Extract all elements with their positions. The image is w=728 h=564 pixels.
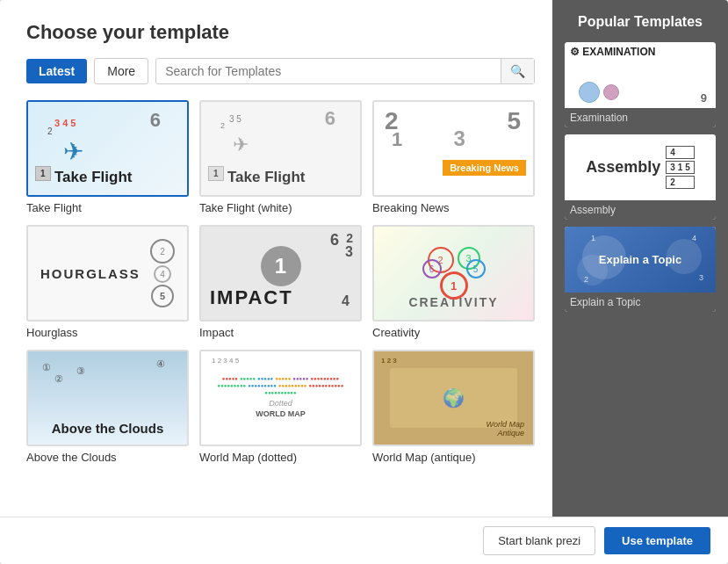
thumb-impact-num3: 3: [345, 244, 353, 260]
thumb-hg-text: HOURGLASS: [40, 266, 141, 281]
modal-title: Choose your template: [26, 21, 535, 44]
thumb-cloud-num1: ①: [42, 362, 51, 373]
thumb-w-bird: ✈: [233, 134, 249, 156]
modal-footer: Start blank prezi Use template: [0, 517, 728, 564]
template-label-take-flight-blue: Take Flight: [26, 201, 189, 214]
use-template-button[interactable]: Use template: [604, 527, 710, 554]
thumb-impact-text: IMPACT: [210, 286, 293, 309]
template-thumb-take-flight-white: 6 3 5 2 ✈ 1 Take Flight: [199, 100, 362, 197]
template-thumb-breaking-news: 2 5 1 3 Breaking News: [372, 100, 535, 197]
popular-item-examination[interactable]: ⚙ EXAMINATION 9 Examination: [565, 42, 716, 127]
popular-item-assembly[interactable]: Assembly 4 315 2: [565, 134, 716, 220]
template-thumb-above-clouds: ① ② ③ ④ Above the Clouds: [26, 350, 189, 446]
template-take-flight-white[interactable]: 6 3 5 2 ✈ 1 Take Flight Take Flight (whi…: [199, 100, 362, 214]
thumb-impact-num2: 2: [346, 231, 353, 245]
template-above-clouds[interactable]: ① ② ③ ④ Above the Clouds Above the Cloud…: [26, 350, 189, 464]
popular-item-explain-topic[interactable]: Explain a Topic 1 2 3 4 Explain a Topic: [565, 227, 716, 312]
thumb-num-2: 2: [47, 127, 53, 136]
thumb-antique-nums: 1 2 3: [381, 357, 397, 365]
toolbar: Latest More 🔍: [26, 58, 535, 84]
main-panel: Choose your template Latest More 🔍 6: [0, 0, 552, 517]
thumb-number-6: 6: [150, 109, 161, 132]
thumb-hg-shape: 2 4 5: [150, 239, 175, 307]
thumb-impact-circle: 1: [261, 246, 301, 286]
thumb-creativity-circles: 2 3 1 5 6: [428, 247, 480, 300]
more-tab[interactable]: More: [94, 58, 148, 84]
thumb-explain-text: Explain a Topic: [599, 253, 681, 266]
thumb-exam-title: ⚙ EXAMINATION: [570, 46, 655, 58]
template-hourglass[interactable]: HOURGLASS 2 4 5 Hourglass: [26, 225, 189, 339]
template-label-impact: Impact: [199, 326, 362, 339]
thumb-antique-label: World Map Antique: [486, 420, 524, 437]
thumb-explain-num3: 3: [699, 273, 703, 282]
thumb-bn-3: 3: [454, 127, 465, 151]
popular-label-explain-topic: Explain a Topic: [565, 293, 716, 312]
popular-thumb-assembly: Assembly 4 315 2: [565, 134, 716, 200]
thumb-breaking-tag: Breaking News: [443, 160, 526, 176]
popular-label-examination: Examination: [565, 108, 716, 127]
thumb-cloud-title: Above the Clouds: [52, 421, 164, 445]
thumb-w-2: 2: [220, 121, 225, 130]
thumb-exam-num: 9: [701, 91, 707, 105]
modal: Choose your template Latest More 🔍 6: [0, 0, 728, 564]
template-label-hourglass: Hourglass: [26, 326, 189, 339]
template-thumb-creativity: CREATIVITY 2 3 1 5 6: [372, 225, 535, 322]
template-breaking-news[interactable]: 2 5 1 3 Breaking News Breaking News: [372, 100, 535, 214]
template-label-creativity: Creativity: [372, 326, 535, 339]
thumb-bn-5: 5: [507, 107, 521, 135]
template-thumb-world-map-dotted: ●●●●● ●●●●● ●●●●● ●●●●● ●●●●● ●●●●●●●●● …: [199, 350, 362, 446]
side-panel: Popular Templates ⚙ EXAMINATION 9 Examin…: [552, 0, 728, 517]
search-button[interactable]: 🔍: [501, 59, 534, 83]
thumb-explain-num2: 2: [584, 275, 588, 284]
templates-grid: 6 3 4 5 2 ✈ 1 Take Flight Take Flight: [26, 100, 535, 478]
thumb-cloud-num4: ④: [156, 358, 165, 370]
thumb-numbers-scattered: 3 4 5: [54, 118, 76, 128]
thumb-cloud-num2: ②: [54, 373, 63, 385]
thumb-box-1: 1: [35, 166, 51, 181]
popular-title: Popular Templates: [565, 14, 716, 30]
template-world-map-dotted[interactable]: ●●●●● ●●●●● ●●●●● ●●●●● ●●●●● ●●●●●●●●● …: [199, 350, 362, 464]
popular-label-assembly: Assembly: [565, 200, 716, 220]
thumb-w-tf-label: Take Flight: [227, 169, 305, 186]
thumb-asm-brackets: 4 315 2: [666, 146, 695, 189]
template-thumb-hourglass: HOURGLASS 2 4 5: [26, 225, 189, 322]
thumb-w-nums: 3 5: [229, 114, 241, 124]
thumb-impact-num4: 4: [342, 293, 350, 309]
modal-body: Choose your template Latest More 🔍 6: [0, 0, 728, 517]
thumb-impact-num6: 6: [330, 231, 339, 249]
thumb-bn-1: 1: [392, 128, 402, 151]
template-label-take-flight-white: Take Flight (white): [199, 201, 362, 214]
thumb-wd-nums: 1 2 3 4 5: [212, 357, 239, 365]
template-thumb-take-flight-blue: 6 3 4 5 2 ✈ 1 Take Flight: [26, 100, 189, 197]
thumb-dots-map: ●●●●● ●●●●● ●●●●● ●●●●● ●●●●● ●●●●●●●●● …: [217, 376, 344, 399]
thumb-explain-content: Explain a Topic 1 2 3 4: [565, 227, 716, 293]
template-thumb-impact: IMPACT 1 2 6 3 4: [199, 225, 362, 322]
thumb-bird-icon: ✈: [63, 137, 83, 166]
start-blank-button[interactable]: Start blank prezi: [483, 526, 595, 555]
template-impact[interactable]: IMPACT 1 2 6 3 4 Impact: [199, 225, 362, 339]
template-take-flight-blue[interactable]: 6 3 4 5 2 ✈ 1 Take Flight Take Flight: [26, 100, 189, 214]
search-wrapper: 🔍: [155, 58, 535, 84]
popular-thumb-examination: ⚙ EXAMINATION 9: [565, 42, 716, 108]
latest-tab[interactable]: Latest: [26, 59, 87, 83]
template-thumb-world-map-antique: 🌍 World Map Antique 1 2 3: [372, 350, 535, 446]
template-label-world-map-antique: World Map (antique): [372, 451, 535, 464]
thumb-tf-label: Take Flight: [54, 169, 132, 186]
thumb-explain-num1: 1: [591, 234, 595, 242]
template-label-world-map-dotted: World Map (dotted): [199, 451, 362, 464]
template-creativity[interactable]: CREATIVITY 2 3 1 5 6 Creativity: [372, 225, 535, 339]
thumb-world-dotted-text: Dotted WORLD MAP: [256, 399, 306, 419]
popular-thumb-explain-topic: Explain a Topic 1 2 3 4: [565, 227, 716, 293]
thumb-assembly-content: Assembly 4 315 2: [565, 134, 716, 200]
thumb-w-box1: 1: [208, 166, 224, 181]
template-world-map-antique[interactable]: 🌍 World Map Antique 1 2 3 World Map (ant…: [372, 350, 535, 464]
thumb-explain-num4: 4: [692, 234, 696, 242]
search-input[interactable]: [156, 61, 501, 82]
thumb-exam-circles: [579, 82, 619, 103]
template-label-breaking-news: Breaking News: [372, 201, 535, 214]
thumb-cloud-num3: ③: [76, 365, 85, 377]
template-label-above-clouds: Above the Clouds: [26, 451, 189, 464]
thumb-w-num6: 6: [325, 107, 335, 130]
